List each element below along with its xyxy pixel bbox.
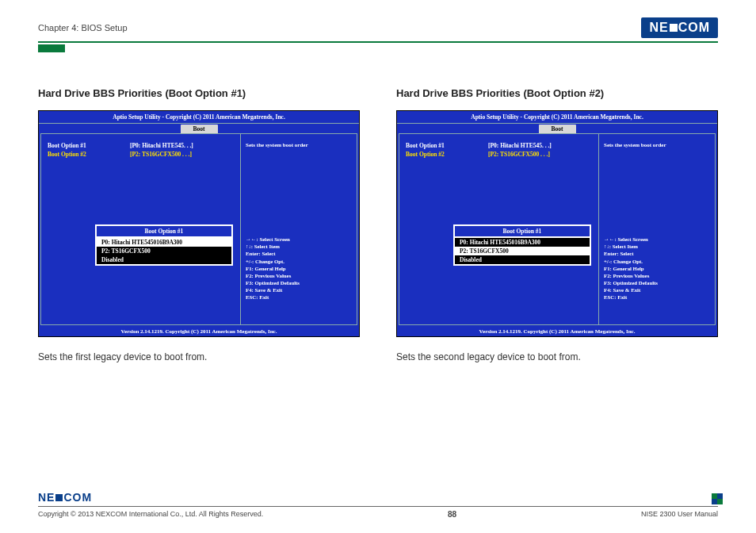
boot-option-1-row[interactable]: Boot Option #1 [P0: Hitachi HTE545. . .] <box>406 142 592 151</box>
boot-option-2-row[interactable]: Boot Option #2 [P2: TS16GCFX500 . . .] <box>406 151 592 159</box>
help-key-6: F3: Optimized Defaults <box>246 279 352 286</box>
help-key-6: F3: Optimized Defaults <box>604 279 710 286</box>
caption-1: Sets the first legacy device to boot fro… <box>38 351 360 362</box>
popup-item-1[interactable]: P2: TS16GCFX500 <box>97 247 231 255</box>
footer-row: Copyright © 2013 NEXCOM International Co… <box>38 510 718 519</box>
popup-item-1[interactable]: P2: TS16GCFX500 <box>455 247 590 255</box>
bios-help-pane: Sets the system boot order →←: Select Sc… <box>241 134 357 324</box>
bios-tab-row: Boot <box>397 124 717 133</box>
footer-divider <box>38 506 718 507</box>
brand-logo-top: NECOM <box>641 17 718 38</box>
bios-footer: Version 2.14.1219. Copyright (C) 2011 Am… <box>39 327 359 336</box>
page-number: 88 <box>448 510 456 519</box>
popup-item-0[interactable]: P0: Hitachi HTE545016B9A300 <box>97 238 231 247</box>
boot-option-2-label: Boot Option #2 <box>406 151 485 159</box>
content-columns: Hard Drive BBS Priorities (Boot Option #… <box>38 87 718 362</box>
boot-option-2-row[interactable]: Boot Option #2 [P2: TS16GCFX500 . . .] <box>48 151 234 159</box>
help-key-3: +/-: Change Opt. <box>246 258 352 265</box>
help-key-7: F4: Save & Exit <box>604 286 710 293</box>
bios-help-pane: Sets the system boot order →←: Select Sc… <box>599 134 715 324</box>
boot-option-popup-2[interactable]: Boot Option #1 P0: Hitachi HTE545016B9A3… <box>453 224 591 266</box>
section-heading-1: Hard Drive BBS Priorities (Boot Option #… <box>38 87 360 99</box>
bios-help-title: Sets the system boot order <box>246 142 352 148</box>
footer-ornament-icon <box>712 493 723 504</box>
help-key-5: F2: Previous Values <box>246 272 352 279</box>
brand-logo-bottom: NECOM <box>38 491 92 504</box>
popup-title: Boot Option #1 <box>455 226 590 238</box>
boot-option-1-value: [P0: Hitachi HTE545. . .] <box>130 142 193 151</box>
help-key-3: +/-: Change Opt. <box>604 258 710 265</box>
caption-2: Sets the second legacy device to boot fr… <box>396 351 718 362</box>
help-key-2: Enter: Select <box>604 250 710 257</box>
boot-option-popup-1[interactable]: Boot Option #1 P0: Hitachi HTE545016B9A3… <box>95 224 233 266</box>
footer-copyright: Copyright © 2013 NEXCOM International Co… <box>38 510 263 519</box>
footer-doc-title: NISE 2300 User Manual <box>641 510 718 519</box>
bios-options-pane: Boot Option #1 [P0: Hitachi HTE545. . .]… <box>399 134 599 324</box>
column-left: Hard Drive BBS Priorities (Boot Option #… <box>38 87 360 362</box>
help-key-8: ESC: Exit <box>604 293 710 301</box>
popup-title: Boot Option #1 <box>97 226 231 238</box>
boot-option-2-label: Boot Option #2 <box>48 151 127 159</box>
popup-item-2[interactable]: Disabled <box>455 255 590 264</box>
help-key-7: F4: Save & Exit <box>246 286 352 293</box>
page-header: Chapter 4: BIOS Setup NECOM <box>38 17 718 40</box>
help-key-8: ESC: Exit <box>246 293 352 301</box>
bios-titlebar: Aptio Setup Utility - Copyright (C) 2011… <box>397 111 717 124</box>
bios-tab-boot[interactable]: Boot <box>181 125 218 133</box>
popup-item-0[interactable]: P0: Hitachi HTE545016B9A300 <box>455 238 590 247</box>
bios-footer: Version 2.14.1219. Copyright (C) 2011 Am… <box>397 327 717 336</box>
bios-help-keys: →←: Select Screen ↑↓: Select Item Enter:… <box>246 236 352 301</box>
help-key-4: F1: General Help <box>246 265 352 272</box>
boot-option-1-label: Boot Option #1 <box>406 142 485 151</box>
bios-window-1: Aptio Setup Utility - Copyright (C) 2011… <box>38 110 360 337</box>
bios-tab-row: Boot <box>39 124 359 133</box>
help-key-2: Enter: Select <box>246 250 352 257</box>
help-key-1: ↑↓: Select Item <box>604 243 710 250</box>
bios-help-keys: →←: Select Screen ↑↓: Select Item Enter:… <box>604 236 710 301</box>
header-divider <box>38 41 718 43</box>
boot-option-2-value: [P2: TS16GCFX500 . . .] <box>130 151 192 159</box>
header-tab-stub <box>38 44 65 52</box>
bios-window-2: Aptio Setup Utility - Copyright (C) 2011… <box>396 110 718 337</box>
bios-titlebar: Aptio Setup Utility - Copyright (C) 2011… <box>39 111 359 124</box>
bios-tab-boot[interactable]: Boot <box>539 125 576 133</box>
bios-body: Boot Option #1 [P0: Hitachi HTE545. . .]… <box>399 133 716 325</box>
bios-options-pane: Boot Option #1 [P0: Hitachi HTE545. . .]… <box>41 134 241 324</box>
boot-option-2-value: [P2: TS16GCFX500 . . .] <box>488 151 550 159</box>
popup-item-2[interactable]: Disabled <box>97 255 231 264</box>
help-key-4: F1: General Help <box>604 265 710 272</box>
boot-option-1-value: [P0: Hitachi HTE545. . .] <box>488 142 552 151</box>
section-heading-2: Hard Drive BBS Priorities (Boot Option #… <box>396 87 718 99</box>
chapter-title: Chapter 4: BIOS Setup <box>38 23 128 33</box>
column-right: Hard Drive BBS Priorities (Boot Option #… <box>396 87 718 362</box>
page-footer: NECOM Copyright © 2013 NEXCOM Internatio… <box>38 490 718 519</box>
boot-option-1-row[interactable]: Boot Option #1 [P0: Hitachi HTE545. . .] <box>48 142 234 151</box>
help-key-0: →←: Select Screen <box>604 236 710 243</box>
help-key-5: F2: Previous Values <box>604 272 710 279</box>
boot-option-1-label: Boot Option #1 <box>48 142 127 151</box>
help-key-1: ↑↓: Select Item <box>246 243 352 250</box>
help-key-0: →←: Select Screen <box>246 236 352 243</box>
bios-body: Boot Option #1 [P0: Hitachi HTE545. . .]… <box>40 133 357 325</box>
bios-help-title: Sets the system boot order <box>604 142 710 148</box>
